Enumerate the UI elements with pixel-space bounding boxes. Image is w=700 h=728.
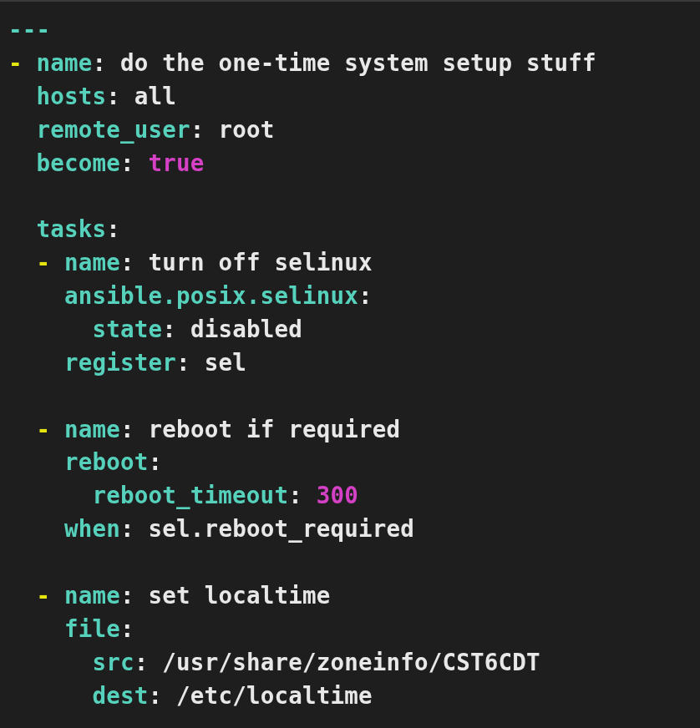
key-module: ansible.posix.selinux — [64, 282, 358, 309]
key-name: name — [64, 416, 120, 442]
key-state: state — [93, 316, 163, 342]
yaml-code-block: --- - name: do the one-time system setup… — [0, 2, 700, 712]
list-dash: - — [37, 249, 51, 276]
colon: : — [106, 83, 120, 109]
list-dash: - — [8, 49, 23, 76]
play-name-value: do the one-time system setup stuff — [120, 49, 596, 76]
when-value: sel.reboot_required — [149, 515, 414, 542]
key-module: reboot — [64, 448, 149, 475]
register-value: sel — [205, 349, 246, 376]
key-hosts: hosts — [37, 83, 107, 109]
colon: : — [120, 249, 134, 276]
key-become: become — [37, 149, 121, 176]
colon: : — [120, 149, 134, 176]
colon: : — [93, 49, 107, 76]
key-remote-user: remote_user — [37, 116, 190, 143]
key-name: name — [37, 49, 93, 76]
list-dash: - — [37, 582, 51, 609]
colon: : — [176, 349, 190, 376]
colon: : — [149, 682, 163, 709]
key-src: src — [93, 649, 134, 675]
key-reboot-timeout: reboot_timeout — [93, 482, 289, 508]
task1-name-value: reboot if required — [149, 416, 401, 442]
task0-name-value: turn off selinux — [149, 249, 373, 276]
dest-value: /etc/localtime — [176, 682, 373, 709]
remote-user-value: root — [218, 116, 274, 143]
colon: : — [358, 282, 373, 309]
colon: : — [190, 116, 205, 143]
key-register: register — [64, 349, 176, 376]
key-when: when — [64, 515, 120, 542]
hosts-value: all — [134, 83, 176, 109]
key-name: name — [64, 249, 120, 276]
colon: : — [120, 416, 134, 442]
colon: : — [149, 448, 163, 475]
colon: : — [120, 615, 134, 642]
colon: : — [120, 582, 134, 609]
colon: : — [162, 316, 176, 342]
become-value: true — [149, 149, 205, 176]
yaml-doc-start: --- — [8, 16, 50, 43]
key-tasks: tasks — [37, 215, 107, 242]
key-name: name — [64, 582, 120, 609]
task2-name-value: set localtime — [149, 582, 331, 609]
reboot-timeout-value: 300 — [317, 482, 358, 508]
colon: : — [288, 482, 302, 508]
key-dest: dest — [93, 682, 149, 709]
state-value: disabled — [190, 316, 302, 342]
list-dash: - — [37, 416, 51, 442]
src-value: /usr/share/zoneinfo/CST6CDT — [162, 649, 540, 675]
colon: : — [134, 649, 149, 675]
key-module: file — [64, 615, 120, 642]
colon: : — [120, 515, 134, 542]
colon: : — [106, 215, 120, 242]
